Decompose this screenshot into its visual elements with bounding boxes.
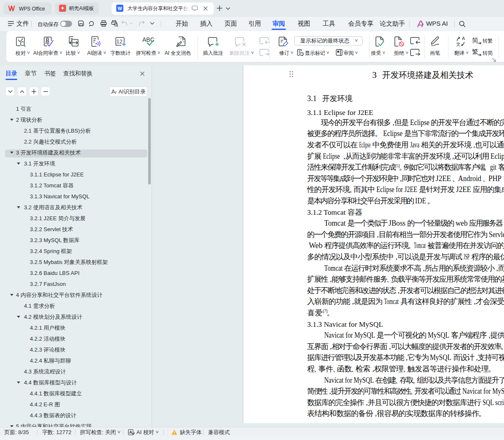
svg-text:文: 文 xyxy=(456,42,461,47)
svg-text:W: W xyxy=(117,6,122,11)
svg-text:12: 12 xyxy=(116,38,122,45)
svg-text:A: A xyxy=(462,36,465,41)
